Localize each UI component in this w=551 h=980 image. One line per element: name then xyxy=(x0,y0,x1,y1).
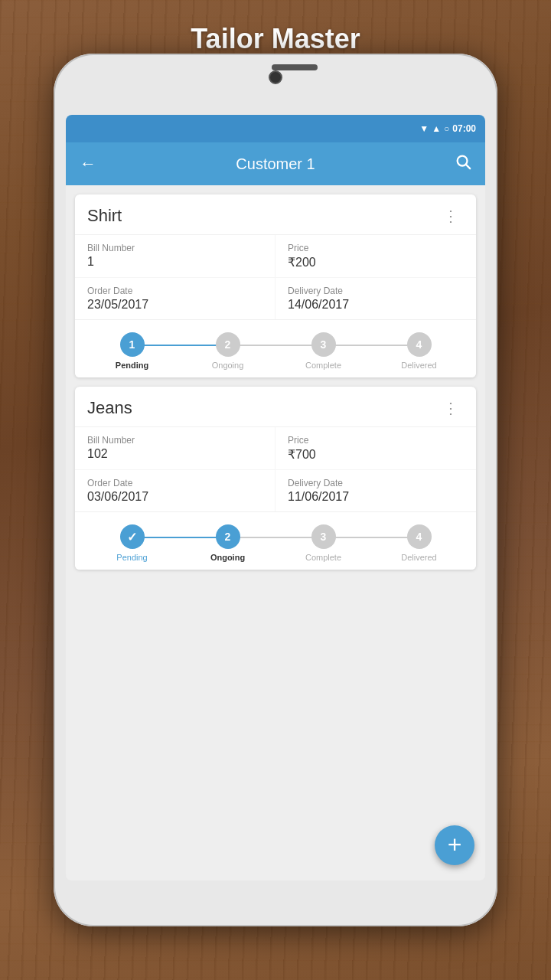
jeans-bill-value: 102 xyxy=(87,447,262,461)
jeans-step-3[interactable]: 3 Complete xyxy=(276,524,371,562)
shirt-price-label: Price xyxy=(288,243,464,253)
phone-shell: ▼ ▲ ○ 07:00 ← Customer 1 Shirt xyxy=(54,54,497,926)
shirt-step-4[interactable]: 4 Delivered xyxy=(371,332,467,370)
shirt-order-label: Order Date xyxy=(87,286,262,296)
shirt-circle-2: 2 xyxy=(216,332,240,357)
jeans-label-2: Ongoing xyxy=(210,553,245,562)
battery-icon: ○ xyxy=(444,123,449,134)
phone-camera xyxy=(269,70,282,84)
jeans-card: Jeans ⋮ Bill Number 102 Price ₹700 Order… xyxy=(75,387,476,570)
jeans-menu-button[interactable]: ⋮ xyxy=(439,397,464,419)
jeans-circle-1: ✓ xyxy=(120,524,145,549)
jeans-label-4: Delivered xyxy=(401,553,436,562)
shirt-bill-label: Bill Number xyxy=(87,243,262,253)
content-scroll[interactable]: Shirt ⋮ Bill Number 1 Price ₹200 Order D… xyxy=(66,185,485,880)
jeans-bill-label: Bill Number xyxy=(87,435,262,446)
shirt-step-2[interactable]: 2 Ongoing xyxy=(180,332,276,370)
shirt-label-4: Delivered xyxy=(401,361,436,370)
jeans-circle-2: 2 xyxy=(216,524,240,549)
shirt-step-1[interactable]: 1 Pending xyxy=(84,332,180,370)
jeans-step-4[interactable]: 4 Delivered xyxy=(371,524,467,562)
jeans-step-1[interactable]: ✓ Pending xyxy=(84,524,180,562)
shirt-card-header: Shirt ⋮ xyxy=(75,194,476,235)
jeans-label-3: Complete xyxy=(305,553,341,562)
app-bar: ← Customer 1 xyxy=(66,142,485,185)
jeans-delivery-date-cell: Delivery Date 11/06/2017 xyxy=(276,470,476,511)
jeans-delivery-label: Delivery Date xyxy=(288,478,464,488)
shirt-circle-4: 4 xyxy=(407,332,432,357)
checkmark-icon: ✓ xyxy=(127,530,137,544)
jeans-bill-number-cell: Bill Number 102 xyxy=(75,427,276,470)
fab-add-button[interactable]: + xyxy=(435,825,474,865)
shirt-bill-value: 1 xyxy=(87,255,262,269)
jeans-delivery-value: 11/06/2017 xyxy=(288,490,464,504)
shirt-bill-number-cell: Bill Number 1 xyxy=(75,235,276,278)
jeans-order-value: 03/06/2017 xyxy=(87,490,262,504)
shirt-title: Shirt xyxy=(87,206,122,226)
jeans-order-date-cell: Order Date 03/06/2017 xyxy=(75,470,276,511)
jeans-price-cell: Price ₹700 xyxy=(276,427,476,470)
back-button[interactable]: ← xyxy=(77,151,99,177)
jeans-label-1: Pending xyxy=(116,553,147,562)
fab-plus-icon: + xyxy=(448,832,462,857)
shirt-label-1: Pending xyxy=(116,361,148,370)
signal-icon: ▲ xyxy=(432,123,441,134)
status-icons: ▼ ▲ ○ 07:00 xyxy=(419,123,476,134)
status-time: 07:00 xyxy=(452,123,476,134)
jeans-title: Jeans xyxy=(87,398,132,418)
jeans-circle-4: 4 xyxy=(407,524,432,549)
shirt-circle-3: 3 xyxy=(311,332,336,357)
status-bar: ▼ ▲ ○ 07:00 xyxy=(66,115,485,142)
shirt-order-date-cell: Order Date 23/05/2017 xyxy=(75,278,276,319)
shirt-price-cell: Price ₹200 xyxy=(276,235,476,278)
jeans-circle-3: 3 xyxy=(311,524,336,549)
shirt-delivery-value: 14/06/2017 xyxy=(288,298,464,312)
jeans-order-label: Order Date xyxy=(87,478,262,488)
app-bar-title: Customer 1 xyxy=(99,155,452,173)
shirt-delivery-date-cell: Delivery Date 14/06/2017 xyxy=(276,278,476,319)
shirt-card: Shirt ⋮ Bill Number 1 Price ₹200 Order D… xyxy=(75,194,476,377)
shirt-details: Bill Number 1 Price ₹200 Order Date 23/0… xyxy=(75,235,476,319)
jeans-price-value: ₹700 xyxy=(288,447,464,462)
jeans-card-header: Jeans ⋮ xyxy=(75,387,476,427)
shirt-label-2: Ongoing xyxy=(212,361,244,370)
jeans-step-2[interactable]: 2 Ongoing xyxy=(180,524,276,562)
shirt-step-3[interactable]: 3 Complete xyxy=(276,332,371,370)
page-main-title: Tailor Master xyxy=(0,23,551,55)
shirt-order-value: 23/05/2017 xyxy=(87,298,262,312)
jeans-details: Bill Number 102 Price ₹700 Order Date 03… xyxy=(75,427,476,511)
shirt-delivery-label: Delivery Date xyxy=(288,286,464,296)
phone-screen: ▼ ▲ ○ 07:00 ← Customer 1 Shirt xyxy=(66,115,485,880)
jeans-stepper: ✓ Pending 2 Ongoing 3 Complete xyxy=(75,511,476,570)
shirt-circle-1: 1 xyxy=(120,332,145,357)
search-button[interactable] xyxy=(452,150,474,178)
shirt-price-value: ₹200 xyxy=(288,255,464,270)
shirt-stepper: 1 Pending 2 Ongoing 3 Complete 4 xyxy=(75,319,476,377)
svg-line-1 xyxy=(466,165,470,168)
shirt-menu-button[interactable]: ⋮ xyxy=(439,205,464,227)
wifi-icon: ▼ xyxy=(419,123,429,134)
jeans-price-label: Price xyxy=(288,435,464,446)
phone-speaker xyxy=(272,64,318,70)
shirt-label-3: Complete xyxy=(305,361,341,370)
